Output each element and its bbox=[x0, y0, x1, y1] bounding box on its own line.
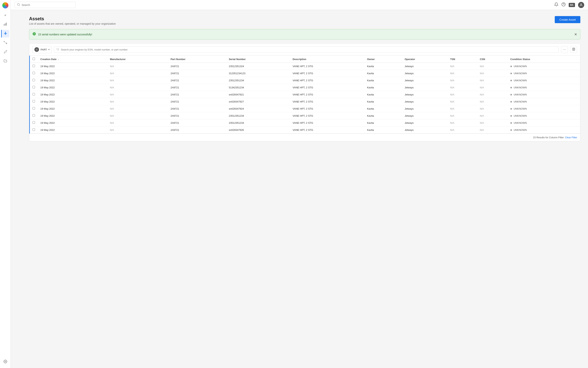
table-row[interactable]: 19 May 2022 N/A 2A9721 23512351234 VANE … bbox=[30, 77, 580, 84]
row-checkbox-cell[interactable] bbox=[30, 91, 38, 98]
status-text: UNKNOWN bbox=[514, 86, 527, 89]
row-checkbox-cell[interactable] bbox=[30, 112, 38, 119]
help-icon[interactable] bbox=[561, 2, 566, 8]
table-row[interactable]: 19 May 2022 N/A 2A9721 312351234123 VANE… bbox=[30, 70, 580, 77]
success-icon bbox=[32, 32, 36, 37]
topbar-icons: BA bbox=[554, 2, 584, 8]
row-checkbox[interactable] bbox=[33, 93, 35, 95]
part-type-icon bbox=[34, 47, 39, 52]
banner-close-button[interactable]: ✕ bbox=[574, 32, 577, 37]
row-checkbox-cell[interactable] bbox=[30, 119, 38, 126]
global-search-input[interactable] bbox=[22, 3, 73, 7]
table-body-wrapper: Creation Date ↓ Manufacturer Part Number… bbox=[29, 56, 580, 134]
table-row[interactable]: 19 May 2022 N/A 2A9721 23512351324 VANE … bbox=[30, 63, 580, 70]
cell-description: VANE HPT, 2 STG bbox=[290, 84, 364, 91]
status-text: UNKNOWN bbox=[514, 65, 527, 68]
table-search-bar[interactable] bbox=[54, 46, 559, 53]
plane-icon bbox=[4, 31, 8, 36]
success-banner: 15 serial numbers were updated successfu… bbox=[29, 29, 580, 40]
sidebar-item-network[interactable] bbox=[1, 48, 9, 56]
results-count: 15 Results for Column Filter bbox=[533, 136, 564, 139]
status-dot bbox=[510, 73, 512, 74]
status-text: UNKNOWN bbox=[514, 114, 527, 117]
cell-serial-number: 23512351234 bbox=[226, 119, 290, 126]
row-checkbox[interactable] bbox=[33, 121, 35, 124]
table-row[interactable]: 19 May 2022 N/A 2A9721 23512351234 VANE … bbox=[30, 112, 580, 119]
row-checkbox-cell[interactable] bbox=[30, 98, 38, 105]
global-search-bar[interactable] bbox=[15, 2, 76, 8]
table-row[interactable]: 19 May 2022 N/A 2A9721 sn029347924 VANE … bbox=[30, 105, 580, 112]
table-row[interactable]: 19 May 2022 N/A 2A9721 51342351234 VANE … bbox=[30, 84, 580, 91]
user-avatar[interactable] bbox=[578, 2, 584, 8]
cell-operator: Jetways bbox=[402, 98, 447, 105]
col-description: Description bbox=[290, 56, 364, 63]
table-row[interactable]: 19 May 2022 N/A 2A9721 23512351234 VANE … bbox=[30, 119, 580, 126]
status-dot bbox=[510, 101, 512, 102]
create-asset-button[interactable]: Create Asset bbox=[555, 16, 580, 23]
cell-description: VANE HPT, 2 STG bbox=[290, 126, 364, 134]
cell-csn: N/A bbox=[477, 98, 508, 105]
cell-csn: N/A bbox=[477, 77, 508, 84]
cell-manufacturer: N/A bbox=[107, 112, 168, 119]
col-csn: CSN bbox=[477, 56, 508, 63]
cell-condition-status: UNKNOWN bbox=[508, 112, 580, 119]
select-all-checkbox[interactable] bbox=[33, 58, 35, 60]
svg-rect-1 bbox=[5, 23, 6, 26]
row-checkbox[interactable] bbox=[33, 65, 35, 67]
row-checkbox[interactable] bbox=[33, 107, 35, 110]
sidebar-item-maintenance[interactable] bbox=[1, 39, 9, 47]
col-creation-date[interactable]: Creation Date ↓ bbox=[38, 56, 107, 63]
part-type-label: PART bbox=[41, 48, 47, 51]
table-row[interactable]: 19 May 2022 N/A 2A9721 sn029347921 VANE … bbox=[30, 91, 580, 98]
cell-csn: N/A bbox=[477, 91, 508, 98]
cell-owner: Kavita bbox=[364, 63, 402, 70]
cell-operator: Jetways bbox=[402, 70, 447, 77]
cell-tsn: N/A bbox=[447, 112, 477, 119]
cell-part-number: 2A9721 bbox=[168, 84, 226, 91]
row-checkbox-cell[interactable] bbox=[30, 84, 38, 91]
row-checkbox[interactable] bbox=[33, 72, 35, 74]
cell-creation-date: 19 May 2022 bbox=[38, 91, 107, 98]
asset-type-selector[interactable]: PART ▾ bbox=[32, 46, 52, 53]
cell-condition-status: UNKNOWN bbox=[508, 119, 580, 126]
user-initials-badge[interactable]: BA bbox=[569, 3, 575, 7]
assets-table: Creation Date ↓ Manufacturer Part Number… bbox=[30, 56, 580, 134]
cell-csn: N/A bbox=[477, 112, 508, 119]
sidebar-item-analytics[interactable] bbox=[1, 21, 9, 28]
row-checkbox-cell[interactable] bbox=[30, 70, 38, 77]
cell-condition-status: UNKNOWN bbox=[508, 84, 580, 91]
table-row[interactable]: 19 May 2022 N/A 2A9721 sn029347926 VANE … bbox=[30, 126, 580, 134]
cell-manufacturer: N/A bbox=[107, 77, 168, 84]
cell-manufacturer: N/A bbox=[107, 84, 168, 91]
col-operator: Operator bbox=[402, 56, 447, 63]
cell-serial-number: 23512351234 bbox=[226, 77, 290, 84]
cell-owner: Kavita bbox=[364, 98, 402, 105]
sidebar-item-assets[interactable] bbox=[1, 30, 9, 37]
row-checkbox[interactable] bbox=[33, 114, 35, 117]
cell-serial-number: sn029347926 bbox=[226, 126, 290, 134]
row-checkbox[interactable] bbox=[33, 128, 35, 131]
row-checkbox-cell[interactable] bbox=[30, 77, 38, 84]
clear-filter-link[interactable]: Clear Filter bbox=[565, 136, 577, 139]
table-row[interactable]: 19 May 2022 N/A 2A9721 sn029347927 VANE … bbox=[30, 98, 580, 105]
row-checkbox[interactable] bbox=[33, 100, 35, 102]
notifications-icon[interactable] bbox=[554, 2, 558, 8]
cell-operator: Jetways bbox=[402, 112, 447, 119]
row-checkbox[interactable] bbox=[33, 79, 35, 81]
row-checkbox-cell[interactable] bbox=[30, 63, 38, 70]
select-all-cell[interactable] bbox=[30, 56, 38, 63]
cell-creation-date: 19 May 2022 bbox=[38, 63, 107, 70]
status-text: UNKNOWN bbox=[514, 93, 527, 96]
cell-tsn: N/A bbox=[447, 91, 477, 98]
row-checkbox[interactable] bbox=[33, 86, 35, 88]
cell-condition-status: UNKNOWN bbox=[508, 91, 580, 98]
sidebar-item-add[interactable]: + bbox=[1, 11, 9, 19]
sidebar-item-documents[interactable] bbox=[1, 57, 9, 65]
table-search-input[interactable] bbox=[61, 48, 556, 51]
row-checkbox-cell[interactable] bbox=[30, 105, 38, 112]
cell-part-number: 2A9721 bbox=[168, 98, 226, 105]
row-checkbox-cell[interactable] bbox=[30, 126, 38, 134]
sidebar-item-settings[interactable] bbox=[1, 358, 9, 366]
more-options-button[interactable]: ··· bbox=[561, 46, 568, 53]
column-visibility-button[interactable] bbox=[570, 46, 577, 53]
